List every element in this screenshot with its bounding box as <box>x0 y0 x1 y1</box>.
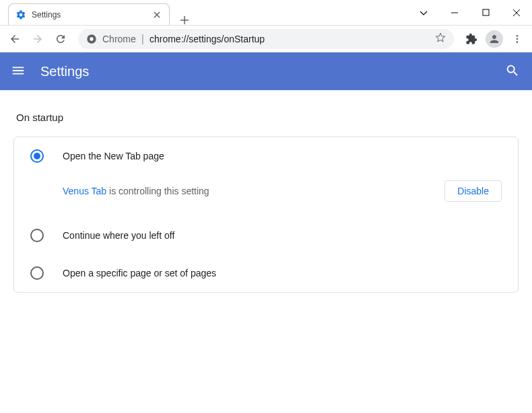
address-bar[interactable]: Chrome | chrome://settings/onStartup <box>78 29 454 49</box>
tab-strip: Settings <box>0 0 408 25</box>
option-continue[interactable]: Continue where you left off <box>14 217 518 254</box>
omnibox-origin: Chrome <box>102 34 136 44</box>
avatar-icon <box>486 30 503 48</box>
radio-button[interactable] <box>30 229 44 242</box>
svg-point-5 <box>517 41 519 43</box>
radio-label: Open the New Tab page <box>63 151 164 161</box>
extension-link[interactable]: Venus Tab <box>63 186 109 196</box>
window-controls <box>408 0 532 25</box>
window-titlebar: Settings <box>0 0 532 26</box>
search-icon[interactable] <box>505 63 521 79</box>
startup-panel: Open the New Tab page Venus Tab is contr… <box>13 137 519 293</box>
extensions-icon[interactable] <box>462 30 481 48</box>
profile-button[interactable] <box>485 30 504 48</box>
gear-icon <box>15 9 26 20</box>
maximize-button[interactable] <box>470 2 501 24</box>
extension-notice: Venus Tab is controlling this setting Di… <box>14 175 518 217</box>
svg-point-4 <box>517 38 519 40</box>
tab-title: Settings <box>32 10 146 20</box>
option-new-tab[interactable]: Open the New Tab page <box>14 137 518 175</box>
menu-icon[interactable] <box>11 63 27 79</box>
reload-button[interactable] <box>51 30 70 48</box>
svg-point-2 <box>90 37 93 40</box>
browser-tab[interactable]: Settings <box>8 3 170 25</box>
option-specific-page[interactable]: Open a specific page or set of pages <box>14 254 518 292</box>
close-icon[interactable] <box>152 9 162 20</box>
settings-content: On startup Open the New Tab page Venus T… <box>0 90 532 314</box>
radio-label: Open a specific page or set of pages <box>63 268 216 278</box>
page-title: Settings <box>40 64 505 79</box>
radio-label: Continue where you left off <box>63 230 174 241</box>
chevron-down-icon[interactable] <box>408 2 439 24</box>
menu-button[interactable] <box>508 30 527 48</box>
settings-header: Settings <box>0 52 532 90</box>
radio-button[interactable] <box>30 149 44 163</box>
browser-toolbar: Chrome | chrome://settings/onStartup <box>0 26 532 52</box>
forward-button[interactable] <box>28 30 47 48</box>
disable-button[interactable]: Disable <box>444 180 502 202</box>
chrome-icon <box>86 34 97 44</box>
notice-text: Venus Tab is controlling this setting <box>63 186 436 196</box>
svg-point-3 <box>517 35 519 37</box>
omnibox-separator: | <box>141 33 144 45</box>
section-title: On startup <box>0 104 532 128</box>
bookmark-icon[interactable] <box>435 32 446 46</box>
close-button[interactable] <box>501 2 532 24</box>
svg-rect-0 <box>483 9 489 15</box>
omnibox-url: chrome://settings/onStartup <box>149 34 430 44</box>
minimize-button[interactable] <box>439 2 470 24</box>
new-tab-button[interactable] <box>175 15 194 25</box>
radio-button[interactable] <box>30 266 44 280</box>
back-button[interactable] <box>5 30 24 48</box>
notice-message: is controlling this setting <box>109 186 209 196</box>
